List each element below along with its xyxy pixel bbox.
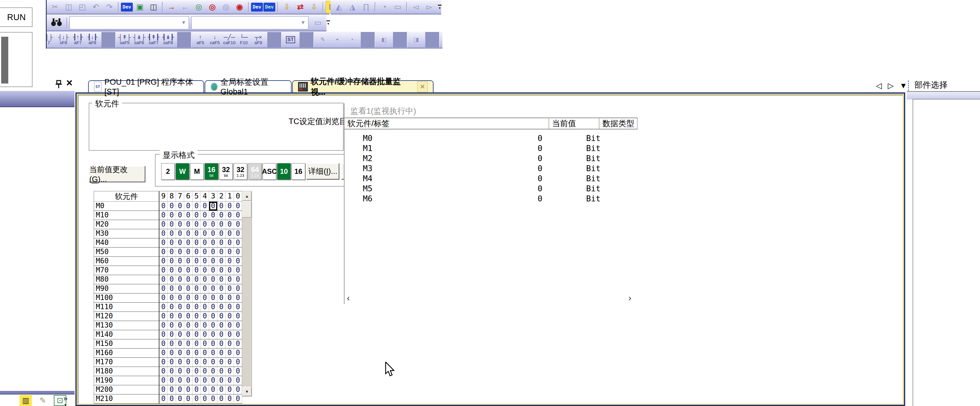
- plc-transfer-icon[interactable]: ⇄: [294, 1, 307, 13]
- bit-cell[interactable]: 0: [176, 248, 184, 256]
- bit-cell[interactable]: 0: [159, 339, 168, 348]
- scrollbar-thumb[interactable]: [242, 201, 251, 217]
- bit-cell[interactable]: 0: [192, 330, 201, 339]
- bit-cell[interactable]: 0: [168, 294, 176, 302]
- bit-cell[interactable]: 0: [234, 395, 242, 403]
- binoculars-find-icon[interactable]: [51, 18, 62, 28]
- bit-cell[interactable]: 0: [217, 275, 226, 284]
- bit-cell[interactable]: 0: [201, 248, 209, 256]
- bit-cell[interactable]: 0: [209, 330, 217, 339]
- watch-row[interactable]: M2 0 Bit: [345, 153, 638, 163]
- bit-cell[interactable]: 0: [201, 303, 209, 312]
- bit-cell[interactable]: 0: [234, 248, 242, 256]
- bit-cell[interactable]: 0: [234, 348, 242, 357]
- chevron-down-icon[interactable]: ▼: [178, 19, 189, 26]
- bit-cell[interactable]: 0: [168, 330, 176, 339]
- fmt-16bit-button[interactable]: 16 bit: [205, 163, 218, 180]
- bit-cell[interactable]: 0: [159, 248, 168, 256]
- bit-cell[interactable]: 0: [176, 321, 184, 330]
- dock-close-icon[interactable]: ×: [66, 78, 72, 88]
- bit-cell[interactable]: 0: [159, 211, 168, 220]
- bit-cell[interactable]: 0: [184, 376, 192, 385]
- bit-cell[interactable]: 0: [226, 257, 234, 265]
- alarm-icon[interactable]: ▻: [423, 1, 436, 13]
- bit-cell[interactable]: 0: [217, 202, 226, 211]
- bit-cell[interactable]: 0: [201, 257, 209, 265]
- device-comment-list-icon[interactable]: ▤: [442, 32, 442, 47]
- bit-cell[interactable]: 0: [192, 348, 201, 357]
- bit-cell[interactable]: 0: [184, 229, 192, 238]
- bit-cell[interactable]: 0: [176, 385, 184, 394]
- bit-cell[interactable]: 0: [226, 220, 234, 229]
- bit-cell[interactable]: 0: [201, 348, 209, 357]
- note-batch-icon[interactable]: ◨: [409, 32, 423, 47]
- bit-cell[interactable]: 0: [201, 312, 209, 321]
- bit-cell[interactable]: 0: [217, 348, 226, 357]
- bit-cell[interactable]: 0: [159, 358, 168, 367]
- device-test-icon[interactable]: Dev: [264, 3, 275, 11]
- bit-cell[interactable]: 0: [176, 339, 184, 348]
- bit-cell[interactable]: 0: [234, 266, 242, 275]
- bit-cell[interactable]: 0: [217, 385, 226, 394]
- bit-cell[interactable]: 0: [159, 376, 168, 385]
- chevron-down-icon[interactable]: ▼: [298, 19, 308, 26]
- watch-row[interactable]: M4 0 Bit: [345, 173, 638, 183]
- ladder-aF9-icon[interactable]: ┬× aF9: [251, 32, 265, 47]
- ladder-saF7-icon[interactable]: ┨↟┠ saF7: [147, 32, 161, 47]
- undo-icon[interactable]: ↶: [89, 1, 102, 13]
- bit-cell[interactable]: 0: [184, 202, 192, 211]
- bit-cell[interactable]: 0: [176, 312, 184, 321]
- bit-cell[interactable]: 0: [159, 275, 168, 284]
- bit-cell[interactable]: 0: [234, 238, 242, 247]
- bit-cell[interactable]: 0: [217, 229, 226, 238]
- bit-cell[interactable]: 0: [192, 284, 201, 293]
- document-search-icon[interactable]: ▭: [312, 17, 325, 29]
- bit-cell[interactable]: 0: [159, 367, 168, 376]
- bit-cell[interactable]: 0: [209, 303, 217, 312]
- bit-cell[interactable]: 0: [159, 312, 168, 321]
- bit-cell[interactable]: 0: [184, 238, 192, 247]
- io-search-icon[interactable]: ◫: [147, 1, 160, 13]
- monitor-window-icon[interactable]: ▭: [391, 1, 404, 13]
- bit-cell[interactable]: 0: [226, 229, 234, 238]
- entry-ladder-icon[interactable]: ✎: [37, 395, 49, 406]
- bit-cell[interactable]: 0: [184, 367, 192, 376]
- write-to-plc-icon[interactable]: →: [165, 1, 178, 13]
- ladder-caF10-icon[interactable]: ─╱─ caF10: [223, 32, 236, 47]
- fmt-binary-button[interactable]: 2: [161, 163, 175, 180]
- bit-cell[interactable]: 0: [192, 376, 201, 385]
- bit-cell[interactable]: 0: [168, 395, 176, 403]
- bit-cell[interactable]: 0: [184, 266, 192, 275]
- bit-cell[interactable]: 0: [226, 376, 234, 385]
- bit-cell[interactable]: 0: [184, 257, 192, 265]
- ladder-sF8-icon[interactable]: ┤↓├ sF8: [56, 32, 70, 47]
- bit-cell[interactable]: 0: [201, 367, 209, 376]
- bit-cell[interactable]: 0: [168, 284, 176, 293]
- bit-cell[interactable]: 0: [217, 238, 226, 247]
- redo-icon[interactable]: ↷: [103, 1, 116, 13]
- bit-cell[interactable]: 0: [168, 348, 176, 357]
- fmt-32float-button[interactable]: 32 1.23: [234, 163, 247, 180]
- fmt-hex-button[interactable]: 16: [291, 163, 305, 180]
- bit-cell[interactable]: 0: [226, 266, 234, 275]
- bit-cell[interactable]: 0: [192, 202, 201, 211]
- bit-cell[interactable]: 0: [201, 339, 209, 348]
- bit-cell[interactable]: 0: [209, 321, 217, 330]
- bit-cell[interactable]: 0: [168, 257, 176, 265]
- bit-cell[interactable]: 0: [168, 312, 176, 321]
- bit-cell[interactable]: 0: [201, 266, 209, 275]
- bit-cell[interactable]: 0: [217, 367, 226, 376]
- ladder-saF6-icon[interactable]: ┤↡├ saF6: [132, 32, 146, 47]
- bit-cell[interactable]: 0: [184, 303, 192, 312]
- paste-icon[interactable]: ◰: [76, 1, 89, 13]
- bit-cell[interactable]: 0: [159, 385, 168, 394]
- ladder-aF7-icon[interactable]: ┨↑┠ aF7: [71, 32, 85, 47]
- bit-cell[interactable]: 0: [184, 321, 192, 330]
- bit-cell[interactable]: 0: [184, 330, 192, 339]
- ladder-sF7-icon[interactable]: ┤├ 7: [47, 32, 56, 47]
- bit-cell[interactable]: 0: [209, 367, 217, 376]
- bit-cell[interactable]: 0: [226, 248, 234, 256]
- bit-cell[interactable]: 0: [217, 211, 226, 220]
- bit-cell[interactable]: 0: [176, 303, 184, 312]
- ladder-aF5-icon[interactable]: ↑ aF5: [193, 32, 207, 47]
